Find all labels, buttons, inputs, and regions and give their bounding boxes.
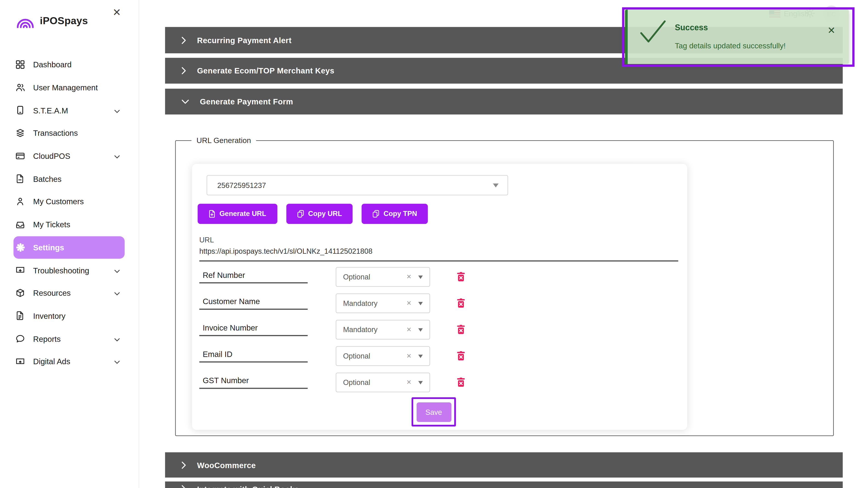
- tablet-icon: [16, 105, 25, 116]
- chevron-right-icon: [181, 67, 186, 75]
- trash-icon: [456, 271, 465, 282]
- trash-icon: [456, 351, 465, 361]
- tpn-select-value: 256725951237: [217, 181, 493, 189]
- sidebar-item-steam[interactable]: S.T.E.A.M: [13, 99, 125, 122]
- sidebar-item-digital-ads[interactable]: Digital Ads: [13, 350, 125, 373]
- chevron-down-icon: [418, 355, 423, 358]
- chat-bubble-icon: [16, 334, 25, 344]
- sidebar-item-user-management[interactable]: User Management: [13, 76, 125, 99]
- copy-icon: [297, 210, 304, 218]
- delete-field-button[interactable]: [456, 298, 465, 310]
- success-toast: Success Tag details updated successfully…: [625, 9, 849, 64]
- sidebar-item-troubleshooting[interactable]: Troubleshooting: [13, 259, 125, 282]
- field-row: Optional ✕: [199, 346, 682, 366]
- clear-icon[interactable]: ✕: [406, 273, 412, 281]
- sidebar-item-my-tickets[interactable]: My Tickets: [13, 213, 125, 236]
- delete-field-button[interactable]: [456, 351, 465, 362]
- field-name-input[interactable]: [199, 348, 308, 362]
- field-row: Mandatory ✕: [199, 293, 682, 313]
- clear-icon[interactable]: ✕: [406, 379, 412, 386]
- chevron-down-icon: [114, 357, 120, 367]
- delete-field-button[interactable]: [456, 271, 465, 283]
- app: English EC iPOSpays ✕: [0, 0, 868, 488]
- chevron-down-icon: [114, 105, 120, 116]
- document-icon: [16, 311, 25, 321]
- field-row: Mandatory ✕: [199, 320, 682, 339]
- clear-icon[interactable]: ✕: [406, 352, 412, 360]
- sidebar-item-inventory[interactable]: Inventory: [13, 304, 125, 327]
- url-label: URL: [199, 236, 214, 244]
- logo: iPOSpays: [16, 13, 88, 29]
- layers-icon: [16, 128, 25, 138]
- delete-field-button[interactable]: [456, 324, 465, 336]
- url-generation-legend: URL Generation: [191, 136, 256, 145]
- chevron-right-icon: [181, 36, 186, 44]
- generate-url-button[interactable]: Generate URL: [197, 204, 277, 224]
- sidebar: iPOSpays ✕ Dashboard User Manageme: [0, 0, 139, 488]
- requirement-select[interactable]: Mandatory ✕: [336, 320, 430, 339]
- chevron-down-icon: [114, 334, 120, 344]
- requirement-select[interactable]: Optional ✕: [336, 372, 430, 392]
- file-icon: [16, 174, 25, 184]
- screen-ads-icon: [16, 357, 25, 367]
- rainbow-logo-icon: [16, 13, 35, 29]
- clear-icon[interactable]: ✕: [406, 300, 412, 307]
- person-icon: [16, 197, 25, 207]
- box-icon: [16, 288, 25, 298]
- chevron-down-icon: [418, 275, 423, 279]
- credit-card-icon: [16, 151, 25, 161]
- toast-close-icon[interactable]: ✕: [828, 25, 835, 36]
- sidebar-close-icon[interactable]: ✕: [110, 6, 124, 19]
- delete-field-button[interactable]: [456, 377, 465, 389]
- sidebar-item-transactions[interactable]: Transactions: [13, 122, 125, 144]
- users-icon: [16, 83, 25, 93]
- chevron-right-icon: [181, 485, 186, 488]
- requirement-select[interactable]: Optional ✕: [336, 267, 430, 287]
- copy-url-button[interactable]: Copy URL: [286, 204, 352, 224]
- tpn-select[interactable]: 256725951237: [207, 175, 508, 195]
- toast-title: Success: [675, 23, 708, 32]
- sidebar-item-batches[interactable]: Batches: [13, 167, 125, 190]
- url-generation-card: 256725951237 Generate URL Copy URL: [192, 164, 687, 430]
- check-icon: [639, 19, 667, 46]
- sidebar-item-dashboard[interactable]: Dashboard: [13, 53, 125, 76]
- sidebar-item-cloudpos[interactable]: CloudPOS: [13, 144, 125, 167]
- copy-icon: [372, 210, 379, 218]
- sidebar-item-reports[interactable]: Reports: [13, 327, 125, 350]
- chevron-down-icon: [114, 151, 120, 161]
- sidebar-item-my-customers[interactable]: My Customers: [13, 190, 125, 213]
- field-name-input[interactable]: [199, 269, 308, 283]
- requirement-select[interactable]: Mandatory ✕: [336, 293, 430, 313]
- toast-message: Tag details updated successfully!: [675, 41, 786, 50]
- chevron-down-icon: [418, 381, 423, 384]
- chevron-down-icon: [114, 288, 120, 298]
- field-name-input[interactable]: [199, 375, 308, 389]
- field-row: Optional ✕: [199, 372, 682, 392]
- chevron-down-icon: [493, 183, 499, 187]
- field-name-input[interactable]: [199, 322, 308, 336]
- requirement-select[interactable]: Optional ✕: [336, 346, 430, 366]
- field-name-input[interactable]: [199, 296, 308, 310]
- accordion-woocommerce[interactable]: WooCommerce: [165, 452, 843, 478]
- dashboard-grid-icon: [16, 60, 25, 70]
- file-plus-icon: [209, 210, 216, 218]
- chevron-down-icon: [418, 302, 423, 305]
- clear-icon[interactable]: ✕: [406, 326, 412, 333]
- chevron-down-icon: [181, 99, 189, 104]
- chevron-down-icon: [418, 328, 423, 331]
- sidebar-item-settings[interactable]: Settings: [13, 236, 125, 259]
- accordion-generate-payment-form[interactable]: Generate Payment Form: [165, 89, 843, 114]
- copy-tpn-button[interactable]: Copy TPN: [362, 204, 428, 224]
- inbox-icon: [16, 220, 25, 230]
- sidebar-item-resources[interactable]: Resources: [13, 282, 125, 304]
- trash-icon: [456, 324, 465, 335]
- trash-icon: [456, 377, 465, 387]
- chevron-right-icon: [181, 461, 186, 469]
- save-button[interactable]: Save: [416, 402, 451, 422]
- accordion-quickbooks[interactable]: Integrate with QuickBooks: [165, 482, 843, 488]
- logo-text: iPOSpays: [40, 15, 88, 27]
- chevron-down-icon: [114, 265, 120, 275]
- sidebar-nav: Dashboard User Management S.T.E.A.M: [0, 53, 139, 373]
- url-buttons-row: Generate URL Copy URL Copy TPN: [197, 204, 428, 224]
- field-row: Optional ✕: [199, 267, 682, 287]
